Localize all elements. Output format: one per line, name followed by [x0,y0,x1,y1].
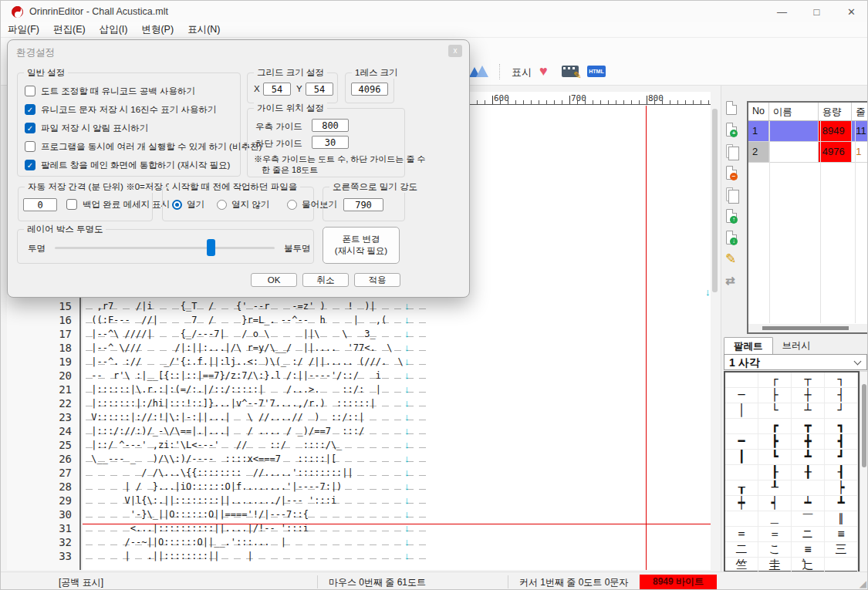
bottom-guide-input[interactable] [312,136,349,149]
general-checkbox-1[interactable]: ✓유니코드 문자 저장 시 16진수 표기 사용하기 [25,103,216,116]
palette-cell[interactable] [725,419,758,434]
palette-cell[interactable]: ┠ [758,465,792,480]
general-checkbox-0[interactable]: 도트 조정할 때 유니코드 공백 사용하기 [25,85,195,97]
palette-cell[interactable]: ┃ [725,450,758,465]
swap-layers-button[interactable]: ⇄ [724,272,742,291]
palette-cell[interactable]: 圭 [758,558,792,573]
palette-cell[interactable]: ＝ [758,527,792,542]
checkbox-box[interactable] [25,141,35,152]
palette-cell[interactable]: ┻ [825,496,858,511]
tab-brush[interactable]: 브러시 [773,337,821,354]
radio-circle[interactable] [172,200,182,210]
palette-cell[interactable] [725,373,758,388]
menu-item-1[interactable]: 편집(E) [46,23,93,36]
palette-cell[interactable]: ┓ [825,419,858,434]
palette-cell[interactable]: ┐ [825,373,858,388]
palette-cell[interactable]: 竺 [725,558,758,573]
layer-table[interactable]: No이름용량줄1894911249761 [747,101,868,334]
palette-cell[interactable]: ≡ [792,542,825,558]
edit-layer-button[interactable]: ✎ [724,251,742,269]
cancel-button[interactable]: 취소 [302,273,349,287]
palette-cell[interactable]: ￣ [792,511,825,527]
table-row[interactable]: 249761 [748,142,868,163]
remove-layer-button[interactable]: − [724,164,742,183]
canvas-vertical-scrollbar[interactable] [712,109,718,292]
opacity-slider-thumb[interactable] [207,239,215,256]
general-checkbox-3[interactable]: 프로그램을 동시에 여러 개 실행할 수 있게 하기 (비추천) [25,140,262,153]
table-row[interactable]: 1894911 [748,121,868,142]
palette-cell[interactable]: = [725,527,758,542]
startup-radio-1[interactable]: 열지 않기 [217,199,269,211]
palette-cell[interactable]: ━ [725,434,758,450]
layer-up-button[interactable]: ↑ [724,207,742,226]
palette-cell[interactable]: ┣ [758,434,792,450]
palette-cell[interactable]: ┫ [825,434,858,450]
minimize-button[interactable]: — [765,1,799,22]
startup-radio-0[interactable]: 열기 [172,199,204,211]
layer-down-button[interactable]: ↓ [724,229,742,248]
grid-y-input[interactable] [306,83,333,96]
table-header-2[interactable]: 용량 [819,103,852,120]
palette-cell[interactable]: ┘ [825,403,858,419]
palette-cell[interactable]: ∥ [825,511,858,527]
table-header-3[interactable]: 줄 [852,103,868,120]
palette-cell[interactable]: ┏ [758,419,792,434]
checkbox-box[interactable]: ✓ [25,123,35,133]
palette-cell[interactable] [725,465,758,480]
font-change-button[interactable]: 폰트 변경 (재시작 필요) [323,227,400,264]
palette-cell[interactable]: ┴ [792,403,825,419]
duplicate-layer-button[interactable] [724,143,742,161]
radio-circle[interactable] [287,200,297,210]
palette-cell[interactable]: ┳ [792,419,825,434]
palette-cell[interactable]: ─ [725,388,758,403]
palette-cell[interactable]: ┬ [792,373,825,388]
checkbox-box[interactable] [25,86,35,96]
palette-cell[interactable] [725,511,758,527]
palette-cell[interactable]: ┰ [725,480,758,496]
copy-layers-button[interactable] [724,186,742,204]
checkbox-box[interactable]: ✓ [25,104,35,115]
add-layer-button[interactable]: + [724,121,742,140]
res-size-input[interactable] [351,83,388,96]
palette-scrollbar[interactable] [860,371,868,572]
grid-x-input[interactable] [263,83,291,96]
autosave-interval-input[interactable] [23,198,57,211]
apply-button[interactable]: 적용 [354,273,400,287]
push-strength-input[interactable] [343,198,383,211]
palette-category-select[interactable]: 1 사각 [724,354,867,370]
palette-cell[interactable]: ┷ [792,496,825,511]
html-export-icon[interactable]: HTML [587,66,606,77]
close-button[interactable]: ✕ [834,1,868,22]
palette-cell[interactable]: ┨ [825,465,858,480]
film-edit-icon[interactable] [562,66,579,77]
resize-grip[interactable]: ◢ [860,578,866,589]
palette-cell[interactable]: ┻ [792,450,825,465]
palette-cell[interactable] [792,480,825,496]
palette-cell[interactable]: ┼ [792,388,825,403]
palette-cell[interactable]: ├ [758,388,792,403]
palette-cell[interactable]: ┝ [825,480,858,496]
menu-item-4[interactable]: 표시(N) [181,23,227,36]
palette-cell[interactable]: 二 [725,542,758,558]
menu-item-2[interactable]: 삽입(I) [93,23,135,36]
palette-cell[interactable]: ╋ [792,434,825,450]
export-image-blue-icon[interactable] [468,64,488,79]
palette-cell[interactable]: こ [758,542,792,558]
new-layer-button[interactable] [724,99,742,118]
palette-cell[interactable]: ＿ [758,511,792,527]
maximize-button[interactable]: □ [799,1,834,22]
palette-cell[interactable]: ┗ [758,450,792,465]
palette-cell[interactable]: ニ [792,527,825,542]
palette-cell[interactable]: 三 [825,542,858,558]
checkbox-box[interactable] [66,199,77,210]
tab-palette[interactable]: 팔레트 [724,337,773,354]
palette-cell[interactable]: │ [725,403,758,419]
palette-cell[interactable]: ≡ [825,527,858,542]
menu-item-3[interactable]: 변형(P) [134,23,181,36]
palette-cell[interactable] [825,558,858,573]
general-checkbox-4[interactable]: ✓팔레트 창을 메인 화면에 통합하기 (재시작 필요) [25,159,230,171]
right-guide-input[interactable] [312,119,349,132]
palette-cell[interactable]: ┸ [758,480,792,496]
palette-cell[interactable]: ┤ [825,388,858,403]
ok-button[interactable]: OK [251,273,297,287]
